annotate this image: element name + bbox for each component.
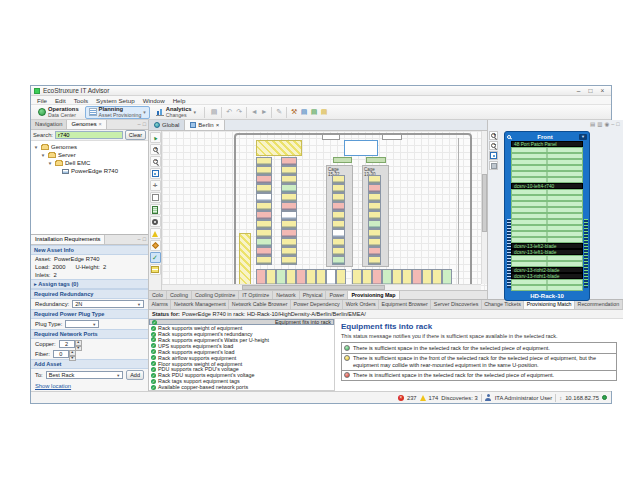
floor-rack[interactable] — [256, 193, 272, 202]
rack-view-options-button[interactable] — [489, 161, 498, 170]
map-vertical-scrollbar[interactable] — [481, 131, 487, 284]
panel-minimize-icon[interactable]: ‒ — [138, 236, 141, 242]
rack-zoom-icon[interactable] — [507, 135, 511, 139]
floor-rack[interactable] — [256, 157, 272, 166]
floor-rack[interactable] — [256, 175, 272, 184]
floor-rack[interactable] — [368, 229, 381, 238]
copper-stepper[interactable]: 2 ▲▼ — [59, 340, 82, 348]
floor-rack[interactable] — [281, 193, 297, 202]
floor-rack[interactable] — [281, 229, 297, 238]
check-item-available-copper-based-network-ports[interactable]: ✓Available copper-based network ports — [149, 384, 334, 390]
floor-rack[interactable] — [368, 175, 381, 184]
settings-tool[interactable] — [150, 216, 161, 227]
discoveries-count[interactable]: Discoveries: 3 — [441, 395, 477, 401]
close-icon[interactable]: × — [99, 120, 102, 129]
floor-plan-canvas[interactable]: Cage 15-32 Cage 13-30 — [162, 131, 487, 290]
menu-item-system-setup[interactable]: System Setup — [92, 97, 139, 104]
plug-type-select[interactable]: ▼ — [65, 320, 99, 328]
maximize-window-button[interactable]: □ — [585, 86, 596, 95]
rack-pdu-right[interactable] — [584, 219, 588, 288]
redo-icon[interactable]: ↷ — [234, 106, 244, 118]
floor-rack[interactable] — [332, 256, 345, 265]
minimize-window-button[interactable]: – — [573, 86, 584, 95]
rack-zoom-out-button[interactable]: − — [489, 141, 498, 150]
tree-item-server[interactable]: ▼Server — [31, 151, 148, 159]
report-blue-icon[interactable]: ▤ — [299, 106, 309, 118]
layers-tool[interactable] — [150, 192, 161, 203]
rack-menu-button[interactable]: ▼ — [579, 134, 587, 140]
catalog-yellow-icon[interactable]: ▤ — [319, 106, 329, 118]
floor-rack[interactable] — [256, 220, 272, 229]
tab-provisioning-match[interactable]: Provisioning Match — [524, 300, 575, 309]
floor-rack[interactable] — [368, 211, 381, 220]
panel-minimize-icon[interactable]: ‒ — [611, 121, 614, 129]
floor-rack[interactable] — [332, 193, 345, 202]
pan-tool[interactable]: + — [150, 180, 161, 191]
tree-item-poweredge-r740[interactable]: PowerEdge R740 — [31, 167, 148, 175]
rack-front-view[interactable]: Front ▼ 48 Port Patch Paneldcsrv-10-left… — [504, 131, 590, 301]
back-icon[interactable]: ◄ — [249, 106, 259, 118]
wrench-icon[interactable]: ⚒ — [289, 106, 299, 118]
floor-rack[interactable] — [256, 184, 272, 193]
add-asset-button[interactable]: Add — [126, 370, 144, 380]
mode-tab-cooling[interactable]: Cooling — [167, 291, 192, 299]
clear-search-button[interactable]: Clear — [125, 130, 146, 140]
save-icon[interactable]: ▤ — [209, 106, 219, 118]
floor-rack[interactable] — [332, 247, 345, 256]
floor-rack[interactable] — [368, 247, 381, 256]
rack-zoom-in-button[interactable]: + — [489, 131, 498, 140]
floor-rack[interactable] — [256, 247, 272, 256]
floor-rack[interactable] — [281, 256, 297, 265]
power-overlay-tool[interactable] — [150, 228, 161, 239]
zoom-fit-tool[interactable] — [150, 168, 161, 179]
tab-equipment-browser[interactable]: Equipment Browser — [379, 300, 431, 309]
mode-tab-cooling-optimize[interactable]: Cooling Optimize — [192, 291, 239, 299]
tab-recommendation[interactable]: Recommendation — [575, 300, 623, 309]
floor-rack[interactable] — [256, 238, 272, 247]
stepper-down-icon[interactable]: ▼ — [69, 356, 76, 362]
legend-tool[interactable] — [150, 264, 161, 275]
rack-pdu-left[interactable] — [507, 219, 511, 288]
mode-tab-network[interactable]: Network — [273, 291, 299, 299]
perspective-operations[interactable]: OperationsData Center — [34, 106, 83, 119]
floor-rack[interactable] — [368, 193, 381, 202]
tab-genomes[interactable]: Genomes× — [67, 120, 106, 129]
floor-rack[interactable] — [256, 202, 272, 211]
floor-rack[interactable] — [332, 202, 345, 211]
mode-tab-it-optimize[interactable]: IT Optimize — [239, 291, 273, 299]
tab-alarms[interactable]: Alarms — [149, 300, 171, 309]
tab-server-discoveries[interactable]: Server Discoveries — [431, 300, 481, 309]
floor-rack[interactable] — [281, 247, 297, 256]
panel-maximize-icon[interactable]: □ — [616, 121, 619, 129]
tab-navigation[interactable]: Navigation — [31, 120, 67, 129]
pdu-unit[interactable] — [333, 157, 352, 163]
floor-rack[interactable] — [281, 238, 297, 247]
redundancy-select[interactable]: 2N ▼ — [72, 300, 144, 308]
floor-rack[interactable] — [256, 229, 272, 238]
scrollbar-thumb[interactable] — [242, 285, 386, 290]
floor-rack[interactable] — [256, 256, 272, 265]
add-to-select[interactable]: Best Rack ▼ — [46, 371, 123, 379]
warning-count[interactable]: 174 — [429, 395, 439, 401]
floor-rack[interactable] — [256, 166, 272, 175]
menu-item-help[interactable]: Help — [169, 97, 190, 104]
expand-toggle-icon[interactable]: ▼ — [47, 161, 53, 166]
provisioning-tool[interactable]: ✓ — [150, 252, 161, 263]
floor-rack[interactable] — [368, 202, 381, 211]
chevron-down-icon[interactable]: ▾ — [143, 109, 146, 115]
menu-item-file[interactable]: File — [33, 97, 51, 104]
floor-rack[interactable] — [332, 175, 345, 184]
floor-rack[interactable] — [281, 184, 297, 193]
tab-installation-requirements[interactable]: Installation Requirements — [31, 235, 105, 244]
properties-icon[interactable]: ▤ — [590, 121, 595, 129]
mode-tab-physical[interactable]: Physical — [300, 291, 327, 299]
warning-count-icon[interactable] — [420, 395, 426, 401]
zoom-out-tool[interactable]: − — [150, 156, 161, 167]
wall-unit[interactable] — [382, 134, 402, 140]
report-green-icon[interactable]: ▤ — [309, 106, 319, 118]
perspective-planning[interactable]: PlanningAsset Provisioning▾ — [85, 106, 150, 119]
assign-tags-expander[interactable]: ▸ Assign tags (0) — [31, 279, 148, 289]
fiber-stepper[interactable]: 0 ▲▼ — [53, 350, 76, 358]
floor-rack[interactable] — [332, 238, 345, 247]
floor-rack[interactable] — [332, 211, 345, 220]
